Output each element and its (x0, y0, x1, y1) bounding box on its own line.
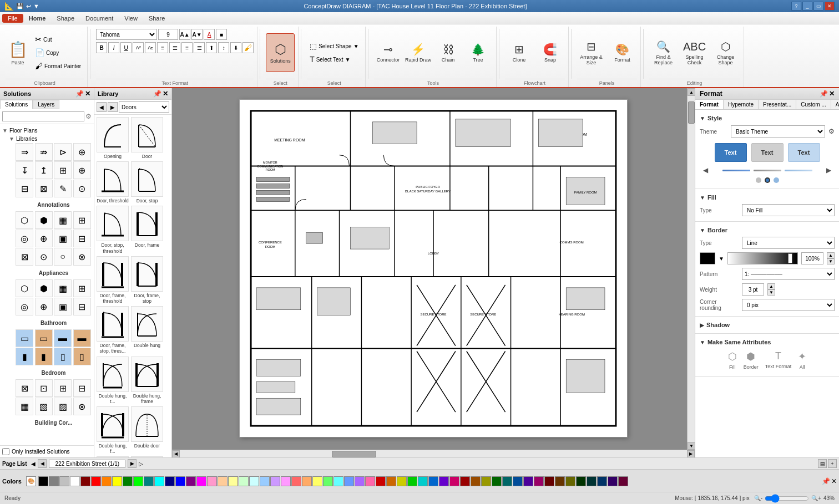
vscroll-down-btn[interactable]: ▼ (688, 442, 695, 450)
annot-icon-2[interactable]: ⇏ (35, 143, 53, 161)
page-list-btn[interactable]: ▤ (818, 459, 827, 468)
color-35[interactable] (407, 476, 417, 486)
select-shape-button[interactable]: ⬚ Select Shape ▼ (307, 40, 361, 52)
current-page-tab[interactable]: 222 Exhibition Street (1/1) (49, 460, 125, 468)
bath-icon-6[interactable]: ⊕ (35, 298, 53, 315)
pin-icon[interactable]: 📌 (75, 90, 84, 98)
color-31[interactable] (365, 476, 375, 486)
annot-icon-9[interactable]: ⊟ (16, 180, 33, 197)
color-39[interactable] (449, 476, 459, 486)
color-52[interactable] (587, 476, 597, 486)
appl-icon-10[interactable]: ⊙ (35, 248, 53, 266)
undo-icon[interactable]: ↩ (26, 3, 31, 10)
color-10[interactable] (144, 476, 154, 486)
color-27[interactable] (323, 476, 333, 486)
align-center-btn[interactable]: ☰ (169, 42, 180, 53)
format-pin-icon[interactable]: 📌 (820, 90, 828, 98)
opacity-input[interactable] (801, 252, 823, 264)
double-door-shape[interactable] (131, 406, 163, 442)
color-18[interactable] (228, 476, 238, 486)
save-icon[interactable]: 💾 (16, 3, 24, 10)
color-50[interactable] (565, 476, 575, 486)
font-size-increase-btn[interactable]: A▲ (179, 29, 190, 40)
subscript-btn[interactable]: A₂ (145, 42, 156, 53)
annot-icon-1[interactable]: ⇒ (16, 143, 33, 161)
annot-icon-3[interactable]: ⊳ (54, 143, 72, 161)
color-dot-1[interactable] (756, 177, 761, 183)
color-28[interactable] (333, 476, 343, 486)
bath-icon-5[interactable]: ◎ (16, 298, 33, 315)
same-fill-item[interactable]: ⬡ Fill (728, 350, 737, 370)
color-19[interactable] (239, 476, 249, 486)
shadow-section-header[interactable]: ▶ Shadow (700, 320, 835, 330)
weight-input[interactable] (742, 283, 764, 296)
color-54[interactable] (608, 476, 618, 486)
font-color-btn[interactable]: A (204, 29, 215, 40)
colors-pin-icon[interactable]: 📌 (822, 477, 830, 485)
appl-icon-5[interactable]: ◎ (16, 230, 33, 247)
color-8[interactable] (123, 476, 133, 486)
italic-btn[interactable]: I (108, 42, 119, 53)
same-textformat-item[interactable]: T Text Format (765, 350, 792, 370)
tab-arrange[interactable]: Arrange... (831, 100, 839, 109)
page-prev-btn[interactable]: ◀ (38, 459, 47, 468)
bed-icon-4[interactable]: ▬ (73, 329, 91, 347)
bld-icon-2[interactable]: ⊡ (35, 379, 53, 397)
bath-icon-7[interactable]: ▣ (54, 298, 72, 315)
appl-icon-9[interactable]: ⊠ (16, 248, 33, 266)
lib-pin-icon[interactable]: 📌 (153, 90, 161, 98)
appl-icon-11[interactable]: ○ (54, 248, 72, 266)
bed-icon-1[interactable]: ▭ (16, 329, 33, 347)
spelling-button[interactable]: ABC Spelling Check (680, 33, 709, 72)
style-preview-blue[interactable]: Text (715, 143, 747, 162)
color-29[interactable] (344, 476, 354, 486)
make-same-header[interactable]: ▼ Make Same Attributes (700, 337, 835, 347)
bld-icon-7[interactable]: ▨ (54, 398, 72, 415)
color-11[interactable] (154, 476, 164, 486)
bed-icon-8[interactable]: ▯ (73, 348, 91, 365)
menu-document[interactable]: Document (80, 14, 119, 23)
double-hung-frame-shape[interactable] (131, 357, 163, 392)
color-22[interactable] (270, 476, 280, 486)
quick-access-icon[interactable]: ▼ (33, 3, 39, 10)
valign-mid-btn[interactable]: ↕ (218, 42, 229, 53)
appl-icon-12[interactable]: ⊗ (73, 248, 91, 266)
solutions-button[interactable]: ⬡ Solutions (266, 33, 295, 72)
connector-button[interactable]: ⊸ Connector (374, 33, 403, 72)
restore-btn[interactable]: ▭ (813, 2, 823, 11)
bld-icon-8[interactable]: ⊗ (73, 398, 91, 415)
layers-tab[interactable]: Layers (33, 100, 59, 109)
tab-custom[interactable]: Custom ... (796, 100, 831, 109)
color-17[interactable] (218, 476, 228, 486)
arrange-size-button[interactable]: ⊟ Arrange & Size (577, 33, 606, 72)
border-swatch-arrow[interactable]: ▼ (719, 256, 724, 262)
annot-icon-7[interactable]: ⊞ (54, 161, 72, 179)
color-1[interactable] (49, 476, 59, 486)
minimize-btn[interactable]: _ (802, 2, 812, 11)
appl-icon-1[interactable]: ⬡ (16, 211, 33, 229)
color-14[interactable] (186, 476, 196, 486)
format-close-icon[interactable]: ✕ (829, 90, 835, 98)
zoom-out-icon[interactable]: 🔍- (754, 495, 762, 501)
double-hung-shape[interactable] (131, 306, 163, 342)
lib-forward-btn[interactable]: ▶ (108, 102, 118, 112)
color-43[interactable] (492, 476, 502, 486)
lib-back-btn[interactable]: ◀ (97, 102, 107, 112)
select-text-button[interactable]: T Select Text ▼ (307, 53, 361, 65)
style-preview-lightblue[interactable]: Text (788, 143, 820, 162)
chain-button[interactable]: ⛓ Chain (434, 33, 463, 72)
bld-icon-3[interactable]: ⊞ (54, 379, 72, 397)
door-frame-shape[interactable] (131, 206, 163, 241)
door-frame-stop-shape[interactable] (131, 256, 163, 292)
menu-home[interactable]: Home (23, 14, 52, 23)
menu-shape[interactable]: Shape (51, 14, 80, 23)
opening-shape[interactable] (97, 117, 129, 152)
page-scroll-icon[interactable]: ▷ (139, 461, 143, 467)
color-38[interactable] (439, 476, 449, 486)
appl-icon-4[interactable]: ⊞ (73, 211, 91, 229)
double2-shape[interactable] (131, 456, 163, 457)
menu-file[interactable]: File (2, 14, 23, 23)
format-painter-button[interactable]: 🖌 Format Painter (32, 60, 84, 72)
color-dot-2[interactable] (765, 177, 770, 183)
color-25[interactable] (302, 476, 312, 486)
